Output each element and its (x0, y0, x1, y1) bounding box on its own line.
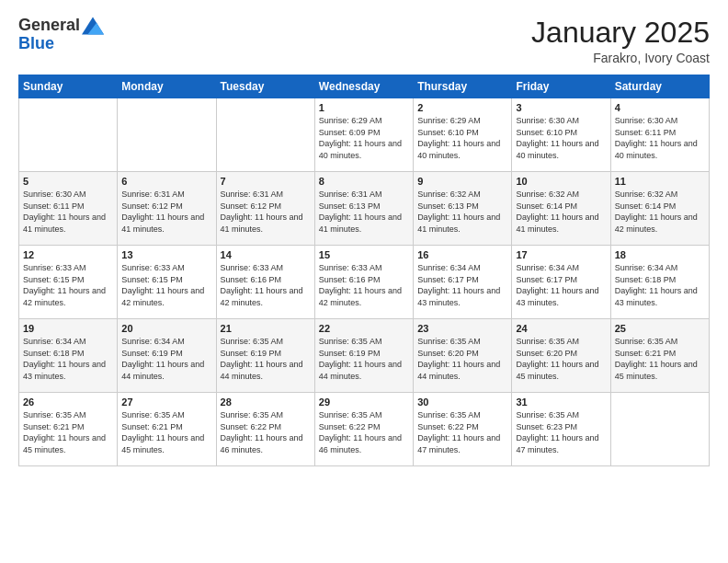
sunrise-text: Sunrise: 6:35 AM (121, 409, 211, 421)
logo: General Blue (18, 17, 104, 53)
sunrise-text: Sunrise: 6:34 AM (121, 336, 211, 348)
daylight-text: Daylight: 11 hours and 44 minutes. (121, 359, 211, 382)
sunrise-text: Sunrise: 6:29 AM (417, 115, 507, 127)
logo-text: General Blue (18, 17, 104, 53)
table-row: 26 Sunrise: 6:35 AM Sunset: 6:21 PM Dayl… (19, 393, 118, 466)
table-row: 31 Sunrise: 6:35 AM Sunset: 6:23 PM Dayl… (512, 393, 610, 466)
calendar-week-5: 26 Sunrise: 6:35 AM Sunset: 6:21 PM Dayl… (19, 393, 710, 466)
table-row: 6 Sunrise: 6:31 AM Sunset: 6:12 PM Dayli… (118, 172, 216, 246)
sunrise-text: Sunrise: 6:32 AM (417, 189, 507, 201)
sunset-text: Sunset: 6:16 PM (221, 274, 311, 286)
sunset-text: Sunset: 6:21 PM (615, 348, 705, 360)
logo-general: General (18, 17, 80, 35)
day-info: Sunrise: 6:29 AM Sunset: 6:10 PM Dayligh… (417, 115, 507, 161)
day-number: 6 (121, 176, 211, 187)
day-info: Sunrise: 6:34 AM Sunset: 6:19 PM Dayligh… (121, 336, 211, 382)
month-title: January 2025 (531, 17, 710, 49)
daylight-text: Daylight: 11 hours and 45 minutes. (516, 359, 606, 382)
sunset-text: Sunset: 6:12 PM (121, 201, 211, 213)
day-info: Sunrise: 6:35 AM Sunset: 6:21 PM Dayligh… (121, 409, 211, 455)
sunrise-text: Sunrise: 6:30 AM (615, 115, 705, 127)
sunrise-text: Sunrise: 6:33 AM (121, 262, 211, 274)
sunset-text: Sunset: 6:22 PM (417, 421, 507, 433)
day-info: Sunrise: 6:34 AM Sunset: 6:17 PM Dayligh… (417, 262, 507, 308)
table-row: 9 Sunrise: 6:32 AM Sunset: 6:13 PM Dayli… (414, 172, 512, 246)
daylight-text: Daylight: 11 hours and 45 minutes. (23, 432, 113, 455)
table-row: 28 Sunrise: 6:35 AM Sunset: 6:22 PM Dayl… (216, 393, 314, 466)
sunrise-text: Sunrise: 6:35 AM (221, 336, 311, 348)
sunrise-text: Sunrise: 6:31 AM (319, 189, 409, 201)
table-row: 19 Sunrise: 6:34 AM Sunset: 6:18 PM Dayl… (19, 319, 118, 393)
table-row (216, 98, 314, 172)
day-number: 9 (417, 176, 507, 187)
sunset-text: Sunset: 6:21 PM (121, 421, 211, 433)
table-row: 25 Sunrise: 6:35 AM Sunset: 6:21 PM Dayl… (610, 319, 709, 393)
daylight-text: Daylight: 11 hours and 45 minutes. (615, 359, 705, 382)
sunset-text: Sunset: 6:20 PM (516, 348, 606, 360)
day-number: 16 (417, 249, 507, 260)
table-row: 3 Sunrise: 6:30 AM Sunset: 6:10 PM Dayli… (512, 98, 610, 172)
daylight-text: Daylight: 11 hours and 47 minutes. (516, 432, 606, 455)
table-row: 18 Sunrise: 6:34 AM Sunset: 6:18 PM Dayl… (610, 246, 709, 319)
day-number: 18 (615, 249, 705, 260)
day-info: Sunrise: 6:33 AM Sunset: 6:15 PM Dayligh… (121, 262, 211, 308)
day-info: Sunrise: 6:30 AM Sunset: 6:11 PM Dayligh… (615, 115, 705, 161)
daylight-text: Daylight: 11 hours and 46 minutes. (319, 432, 409, 455)
table-row: 30 Sunrise: 6:35 AM Sunset: 6:22 PM Dayl… (414, 393, 512, 466)
daylight-text: Daylight: 11 hours and 40 minutes. (516, 138, 606, 161)
day-number: 12 (23, 249, 113, 260)
day-info: Sunrise: 6:35 AM Sunset: 6:20 PM Dayligh… (417, 336, 507, 382)
day-number: 30 (417, 396, 507, 408)
sunrise-text: Sunrise: 6:35 AM (319, 409, 409, 421)
calendar-header-row: Sunday Monday Tuesday Wednesday Thursday… (19, 75, 710, 98)
table-row: 15 Sunrise: 6:33 AM Sunset: 6:16 PM Dayl… (314, 246, 413, 319)
page: General Blue January 2025 Farakro, Ivory… (0, 0, 728, 563)
sunset-text: Sunset: 6:17 PM (417, 274, 507, 286)
day-info: Sunrise: 6:35 AM Sunset: 6:19 PM Dayligh… (319, 336, 409, 382)
table-row: 14 Sunrise: 6:33 AM Sunset: 6:16 PM Dayl… (216, 246, 314, 319)
day-info: Sunrise: 6:30 AM Sunset: 6:10 PM Dayligh… (516, 115, 606, 161)
daylight-text: Daylight: 11 hours and 46 minutes. (221, 432, 311, 455)
daylight-text: Daylight: 11 hours and 41 minutes. (417, 212, 507, 235)
sunrise-text: Sunrise: 6:33 AM (23, 262, 113, 274)
calendar-week-4: 19 Sunrise: 6:34 AM Sunset: 6:18 PM Dayl… (19, 319, 710, 393)
day-number: 10 (516, 176, 606, 187)
day-number: 29 (319, 396, 409, 408)
table-row: 1 Sunrise: 6:29 AM Sunset: 6:09 PM Dayli… (314, 98, 413, 172)
table-row: 11 Sunrise: 6:32 AM Sunset: 6:14 PM Dayl… (610, 172, 709, 246)
sunset-text: Sunset: 6:17 PM (516, 274, 606, 286)
sunrise-text: Sunrise: 6:32 AM (615, 189, 705, 201)
sunset-text: Sunset: 6:21 PM (23, 421, 113, 433)
day-number: 2 (417, 102, 507, 113)
day-number: 15 (319, 249, 409, 260)
daylight-text: Daylight: 11 hours and 42 minutes. (319, 285, 409, 308)
col-sunday: Sunday (19, 75, 118, 98)
sunrise-text: Sunrise: 6:35 AM (221, 409, 311, 421)
table-row: 29 Sunrise: 6:35 AM Sunset: 6:22 PM Dayl… (314, 393, 413, 466)
calendar-week-3: 12 Sunrise: 6:33 AM Sunset: 6:15 PM Dayl… (19, 246, 710, 319)
day-number: 8 (319, 176, 409, 187)
daylight-text: Daylight: 11 hours and 41 minutes. (516, 212, 606, 235)
sunset-text: Sunset: 6:19 PM (121, 348, 211, 360)
day-number: 25 (615, 323, 705, 334)
daylight-text: Daylight: 11 hours and 42 minutes. (221, 285, 311, 308)
sunset-text: Sunset: 6:14 PM (516, 201, 606, 213)
day-info: Sunrise: 6:30 AM Sunset: 6:11 PM Dayligh… (23, 189, 113, 235)
day-number: 13 (121, 249, 211, 260)
table-row: 20 Sunrise: 6:34 AM Sunset: 6:19 PM Dayl… (118, 319, 216, 393)
col-saturday: Saturday (610, 75, 709, 98)
table-row: 10 Sunrise: 6:32 AM Sunset: 6:14 PM Dayl… (512, 172, 610, 246)
day-number: 7 (221, 176, 311, 187)
daylight-text: Daylight: 11 hours and 41 minutes. (319, 212, 409, 235)
sunset-text: Sunset: 6:23 PM (516, 421, 606, 433)
day-info: Sunrise: 6:35 AM Sunset: 6:21 PM Dayligh… (23, 409, 113, 455)
day-info: Sunrise: 6:34 AM Sunset: 6:18 PM Dayligh… (615, 262, 705, 308)
sunset-text: Sunset: 6:10 PM (417, 127, 507, 139)
day-info: Sunrise: 6:35 AM Sunset: 6:22 PM Dayligh… (417, 409, 507, 455)
sunrise-text: Sunrise: 6:34 AM (23, 336, 113, 348)
sunset-text: Sunset: 6:11 PM (615, 127, 705, 139)
day-info: Sunrise: 6:33 AM Sunset: 6:16 PM Dayligh… (221, 262, 311, 308)
sunrise-text: Sunrise: 6:35 AM (417, 409, 507, 421)
daylight-text: Daylight: 11 hours and 41 minutes. (221, 212, 311, 235)
sunset-text: Sunset: 6:09 PM (319, 127, 409, 139)
